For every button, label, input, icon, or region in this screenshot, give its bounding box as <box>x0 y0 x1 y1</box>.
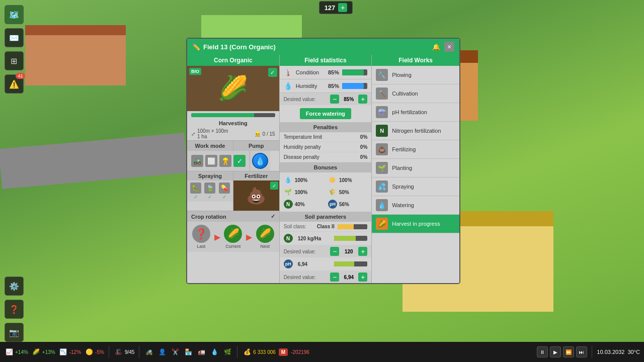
increase-nitrogen-button[interactable]: + <box>358 247 367 256</box>
sidebar-btn-camera[interactable]: 📷 <box>5 323 24 342</box>
sidebar-btn-warning[interactable]: ⚠️ 41 <box>5 74 24 94</box>
pump-icon[interactable]: 💧 <box>252 153 268 169</box>
rotation-next-icon[interactable]: 🌽 <box>256 225 274 243</box>
action-icon-3: ✂️ <box>170 347 180 357</box>
crop-image: 🌽 <box>218 74 248 103</box>
rotation-next-label: Next <box>260 244 270 249</box>
wm-icon-worker[interactable]: 👷 <box>219 155 231 167</box>
bonus-nitrogen-icon: N <box>284 200 293 209</box>
sidebar-btn-mail[interactable]: ✉️ <box>5 28 24 47</box>
humidity-value: 85% <box>324 83 339 89</box>
nitrogen-desired-label: Desired value: <box>284 249 329 254</box>
force-watering-button[interactable]: Force watering <box>300 108 351 119</box>
bonus-grain-icon: 🌾 <box>328 188 337 197</box>
crop-edit-button[interactable]: ✓ <box>268 68 277 77</box>
fw-nitrogen[interactable]: N Nitrogen fertilization <box>372 122 459 140</box>
bell-icon[interactable]: 🔔 <box>432 43 440 51</box>
taskbar-money-value: 6 333 006 <box>253 349 276 355</box>
crop-rotation-edit-icon[interactable]: ✓ <box>271 213 275 220</box>
wm-icon-tractor[interactable]: 🚜 <box>191 155 203 167</box>
layers-icon: ⊞ <box>11 56 17 66</box>
worker-info: 👷 0 / 15 <box>255 131 275 137</box>
mode-badge: M <box>279 348 288 356</box>
hat-icon: 🎩 <box>114 347 124 357</box>
crop-rotation-header: Crop rotation ✓ <box>187 211 279 222</box>
fw-cultivation[interactable]: 🔨 Cultivation <box>372 84 459 103</box>
taskbar-btn-3[interactable]: ✂️ <box>170 347 180 357</box>
fw-nitrogen-label: Nitrogen fertilization <box>392 128 441 134</box>
taskbar-btn-2[interactable]: 👤 <box>157 347 167 357</box>
fert-edit-button[interactable]: ✓ <box>270 182 278 190</box>
sidebar-btn-settings[interactable]: ⚙️ <box>5 277 24 296</box>
taskbar-btn-1[interactable]: 🚜 <box>144 347 154 357</box>
sidebar-btn-map[interactable]: 🗺️ <box>5 5 24 24</box>
nitrogen-icon: N <box>284 234 293 243</box>
increase-humidity-button[interactable]: + <box>358 95 367 104</box>
fast-forward-button[interactable]: ⏩ <box>563 346 574 357</box>
spray-icon-drop[interactable]: 💊 <box>219 183 230 194</box>
fw-fertilizing[interactable]: 💩 Fertilizing <box>372 140 459 159</box>
spray-check-1: ✓ <box>194 194 198 200</box>
corn-icon: 🌽 <box>31 347 41 357</box>
pause-button[interactable]: ⏸ <box>537 346 548 357</box>
workmode-header: Work mode Pump <box>187 141 279 151</box>
taskbar-btn-7[interactable]: 🌿 <box>222 347 232 357</box>
pump-icon-area: 💧 <box>250 151 270 171</box>
decrease-ph-button[interactable]: − <box>330 273 339 282</box>
play-button[interactable]: ▶ <box>550 346 561 357</box>
bonus-grain-value: 50% <box>339 190 349 195</box>
rotation-last-icon[interactable]: ❓ <box>192 225 210 243</box>
spray-icon-bug[interactable]: 🐛 <box>190 183 201 194</box>
decrease-nitrogen-button[interactable]: − <box>330 247 339 256</box>
fw-watering-label: Watering <box>392 202 414 208</box>
bonus-plant-icon: 🌱 <box>284 188 293 197</box>
rotation-next: 🌽 Next <box>256 225 274 249</box>
taskbar-btn-5[interactable]: 🚛 <box>196 347 206 357</box>
taskbar-btn-4[interactable]: 🏪 <box>183 347 193 357</box>
action-icon-6: 💧 <box>209 347 219 357</box>
bonus-plant-value: 100% <box>295 190 308 195</box>
nitrogen-value: 120 kg/Ha <box>296 236 331 241</box>
skip-button[interactable]: ⏭ <box>576 346 587 357</box>
wm-icon-check[interactable]: ✓ <box>233 155 246 167</box>
wm-icon-square[interactable]: ⬜ <box>205 155 217 167</box>
decrease-humidity-button[interactable]: − <box>330 95 339 104</box>
fw-spraying[interactable]: 💦 Spraying <box>372 177 459 196</box>
add-currency-button[interactable]: + <box>338 3 347 12</box>
penalty-temperature-label: Temperature limit <box>284 134 323 140</box>
rotation-arrow-1: ▶ <box>214 232 220 242</box>
fw-watering[interactable]: 💧 Watering <box>372 196 459 215</box>
increase-ph-button[interactable]: + <box>358 273 367 282</box>
dialog-left-panel: Corn Organic BIO 🌽 ✓ Harvesting ⤢ 100m ×… <box>187 55 280 283</box>
crop-section-header: Corn Organic <box>187 55 279 66</box>
nitrogen-row: N 120 kg/Ha <box>280 232 372 245</box>
sidebar-btn-layers[interactable]: ⊞ <box>5 51 24 70</box>
taskbar-btn-6[interactable]: 💧 <box>209 347 219 357</box>
fw-ph-fertilization[interactable]: ⚗️ pH fertilization <box>372 103 459 122</box>
fw-fertilizing-label: Fertilizing <box>392 146 416 152</box>
desired-humidity-label: Desired value: <box>284 97 329 102</box>
rotation-current-icon[interactable]: 🌽 <box>224 225 242 243</box>
dialog-close-button[interactable]: × <box>444 42 454 52</box>
condition-label: Condition <box>296 69 321 75</box>
field-dialog: ✏️ Field 13 (Corn Organic) 🔔 × Corn Orga… <box>186 38 460 284</box>
penalty-temperature: Temperature limit 0% <box>280 132 372 142</box>
taskbar-balance: -202196 <box>291 349 309 355</box>
fw-planting[interactable]: 🌱 Planting <box>372 159 459 177</box>
crop-progress-fill <box>191 113 254 117</box>
fw-ph-fertilization-icon: ⚗️ <box>376 106 388 118</box>
taskbar-sep-1 <box>109 346 109 358</box>
currency-amount: 127 <box>325 4 336 12</box>
sidebar-btn-help[interactable]: ❓ <box>5 300 24 319</box>
spray-icon-2: 🍃 ✓ <box>204 183 217 200</box>
soil-class-value: Class II <box>317 224 335 229</box>
money-icon: 💰 <box>242 347 252 357</box>
action-icon-1: 🚜 <box>144 347 154 357</box>
fw-harvest[interactable]: 🌽 Harvest in progress <box>372 215 459 233</box>
fw-plowing[interactable]: 🔧 Plowing <box>372 66 459 84</box>
soil-header: Soil parameters <box>280 212 372 222</box>
spray-icon-leaf[interactable]: 🍃 <box>204 183 215 194</box>
taskbar-money: 💰 6 333 006 <box>242 347 276 357</box>
left-sidebar: 🗺️ ✉️ ⊞ ⚠️ 41 ⚙️ ❓ 📷 <box>0 0 28 342</box>
taskbar-coin-value: -5% <box>95 349 104 355</box>
